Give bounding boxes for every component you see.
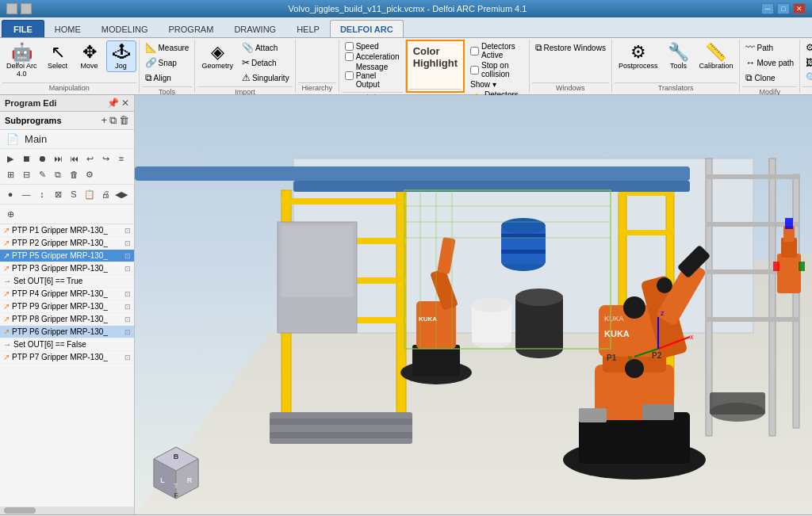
copy-subprogram-button[interactable]: ⧉ [109, 114, 117, 127]
toolbar-r1[interactable]: ● [3, 187, 17, 201]
svg-text:P1: P1 [607, 354, 617, 362]
measure-button[interactable]: 📐 Measure [142, 40, 193, 55]
maximize-button[interactable]: □ [777, 3, 790, 14]
tab-program[interactable]: PROGRAM [159, 20, 224, 37]
tools-ribbon-button[interactable]: 🔧 Tools [663, 40, 693, 72]
toolbar-edit-button[interactable]: ✎ [35, 167, 49, 182]
path-button[interactable]: 〰 Path [742, 40, 797, 55]
toolbar-stop-button[interactable]: ⏹ [19, 151, 33, 166]
ribbon: 🤖 Delfoi Arc4.0 ↖ Select ✥ Move 🕹 Jog Ma… [0, 38, 812, 95]
tab-delfoi-arc[interactable]: DELFOI ARC [330, 20, 404, 37]
clone-button[interactable]: ⧉ Clone [742, 71, 797, 85]
svg-text:R: R [187, 476, 193, 484]
ribbon-group-tools: 📐 Measure 🔗 Snap ⧉ Align Tools [140, 40, 196, 93]
settings-button[interactable]: ⚙ Settings [802, 40, 812, 55]
toolbar-remove-button[interactable]: ⊟ [19, 167, 33, 182]
toolbar-r2[interactable]: — [19, 187, 33, 201]
main-program-item[interactable]: 📄 Main [0, 130, 134, 149]
viewport[interactable]: KUKA [135, 95, 812, 514]
toolbar-play-button[interactable]: ▶ [3, 151, 17, 166]
message-panel-checkbox-label[interactable]: Message Panel Output [345, 63, 400, 89]
show-dropdown[interactable]: Show ▾ [470, 80, 523, 89]
svg-rect-75 [773, 262, 779, 271]
toolbar-r7[interactable]: 🖨 [98, 187, 113, 201]
tab-home[interactable]: HOME [44, 20, 91, 37]
program-item-set6-true[interactable]: → Set OUT[6] == True [0, 275, 134, 288]
toolbar-settings2-button[interactable]: ⚙ [82, 167, 97, 182]
restore-windows-button[interactable]: ⧉ Restore Windows [532, 40, 609, 55]
acceleration-checkbox-label[interactable]: Acceleration [345, 52, 400, 61]
program-item-p1[interactable]: ↗ PTP P1 Gripper MRP-130_ ⊡ [0, 224, 134, 237]
attach-button[interactable]: 📎 Attach [239, 40, 293, 55]
pnp-frame-button[interactable]: 🖼 PnP Frame [802, 55, 812, 70]
svg-point-30 [501, 218, 546, 234]
toolbar-prev-button[interactable]: ⏮ [67, 151, 81, 166]
toolbar-add-button[interactable]: ⊞ [3, 167, 17, 182]
toolbar-next-button[interactable]: ⏭ [51, 151, 65, 166]
delfoi-arc-button[interactable]: 🤖 Delfoi Arc4.0 [2, 40, 41, 80]
program-item-p4[interactable]: ↗ PTP P4 Gripper MRP-130_ ⊡ [0, 288, 134, 300]
toolbar-delete-button[interactable]: 🗑 [67, 167, 81, 182]
tab-file[interactable]: FILE [2, 20, 44, 37]
svg-point-35 [472, 298, 511, 312]
toolbar-undo-button[interactable]: ↩ [82, 151, 97, 166]
svg-text:y: y [628, 354, 632, 361]
stop-on-collision-label[interactable]: Stop on collision [470, 61, 523, 78]
select-button[interactable]: ↖ Select [43, 40, 73, 72]
svg-point-49 [625, 359, 644, 378]
toolbar-list-button[interactable]: ≡ [114, 151, 128, 166]
toolbar-r3[interactable]: ↕ [35, 187, 49, 201]
speed-checkbox[interactable] [345, 42, 354, 51]
program-item-p3[interactable]: ↗ PTP P3 Gripper MRP-130_ ⊡ [0, 262, 134, 275]
tab-modeling[interactable]: MODELING [91, 20, 159, 37]
acceleration-checkbox[interactable] [345, 52, 354, 61]
arrow-icon-p3: ↗ [3, 264, 10, 273]
panel-close-icon[interactable]: ✕ [121, 97, 129, 109]
toolbar-record-button[interactable]: ⏺ [35, 151, 49, 166]
program-item-p2[interactable]: ↗ PTP P2 Gripper MRP-130_ ⊡ [0, 237, 134, 250]
svg-point-38 [515, 289, 563, 306]
toolbar-r6[interactable]: 📋 [82, 187, 97, 201]
program-item-p6[interactable]: ↗ PTP P6 Gripper MRP-130_ ⊡ [0, 326, 134, 338]
scrollbar-thumb[interactable] [4, 507, 36, 514]
nav-cube[interactable]: B L T R F [147, 443, 206, 503]
minimize-button[interactable]: ─ [761, 3, 774, 14]
horizontal-scrollbar[interactable] [0, 506, 134, 514]
add-subprogram-button[interactable]: + [101, 114, 107, 127]
singularity-button[interactable]: ⚠ Singularity [239, 71, 293, 85]
delete-subprogram-button[interactable]: 🗑 [119, 114, 129, 127]
search-button[interactable]: 🔍 Search [802, 71, 812, 85]
close-button[interactable]: ✕ [793, 3, 806, 14]
svg-rect-14 [769, 159, 776, 436]
tab-help[interactable]: HELP [286, 20, 330, 37]
ribbon-group-hierarchy: Hierarchy [296, 40, 339, 93]
program-item-p5[interactable]: ↗ PTP P5 Gripper MRP-130_ ⊡ [0, 250, 134, 262]
toolbar-r4[interactable]: ⊠ [51, 187, 65, 201]
align-button[interactable]: ⧉ Align [142, 71, 193, 85]
geometry-button[interactable]: ◈ Geometry [197, 40, 237, 72]
message-panel-checkbox[interactable] [345, 71, 354, 80]
program-item-set6-false[interactable]: → Set OUT[6] == False [0, 338, 134, 351]
panel-pin-icon[interactable]: 📌 [107, 97, 119, 109]
toolbar-r8[interactable]: ◀▶ [114, 187, 128, 201]
program-item-p9[interactable]: ↗ PTP P9 Gripper MRP-130_ ⊡ [0, 300, 134, 313]
move-button[interactable]: ✥ Move [75, 40, 105, 72]
detach-button[interactable]: ✂ Detach [239, 55, 293, 70]
stop-on-collision-checkbox[interactable] [470, 66, 479, 75]
toolbar-redo-button[interactable]: ↪ [98, 151, 113, 166]
speed-checkbox-label[interactable]: Speed [345, 42, 400, 51]
tab-drawing[interactable]: DRAWING [224, 20, 286, 37]
program-item-p7[interactable]: ↗ PTP P7 Gripper MRP-130_ ⊡ [0, 351, 134, 364]
snap-button[interactable]: 🔗 Snap [142, 55, 193, 70]
move-path-button[interactable]: ↔ Move path [742, 55, 797, 70]
detectors-active-checkbox[interactable] [470, 47, 479, 55]
calibration-button[interactable]: 📏 Calibration [695, 40, 737, 72]
toolbar-r5[interactable]: S [67, 187, 81, 201]
postprocess-button[interactable]: ⚙ Postprocess [615, 40, 662, 72]
svg-text:x: x [690, 333, 694, 341]
detectors-active-label[interactable]: Detectors Active [470, 42, 523, 59]
jog-button[interactable]: 🕹 Jog [106, 40, 136, 72]
toolbar-copy-button[interactable]: ⧉ [51, 167, 65, 182]
toolbar-r9[interactable]: ⊕ [3, 207, 17, 221]
program-item-p8[interactable]: ↗ PTP P8 Gripper MRP-130_ ⊡ [0, 313, 134, 326]
